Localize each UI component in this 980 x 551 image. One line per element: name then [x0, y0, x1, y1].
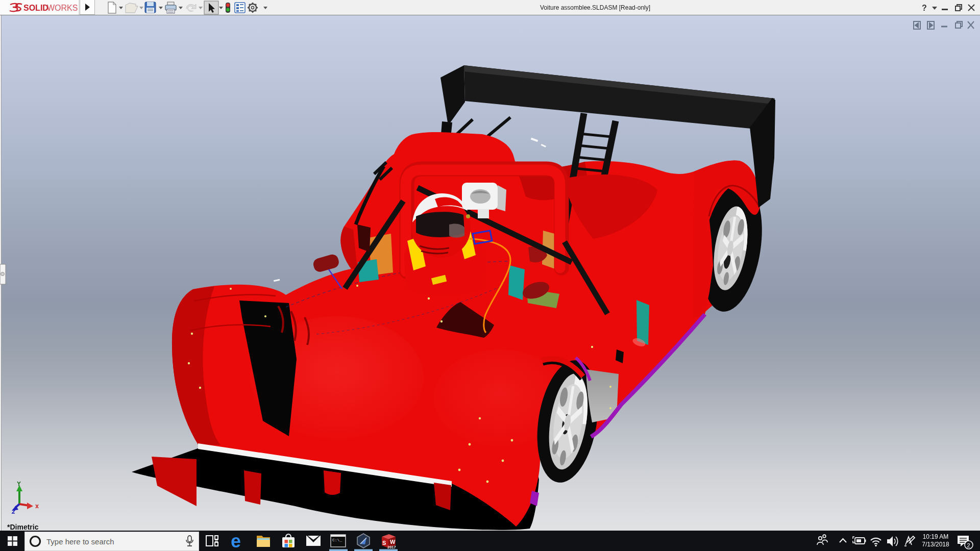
svg-text:2: 2 — [967, 542, 970, 548]
svg-text:e: e — [231, 531, 241, 551]
svg-text:WORKS: WORKS — [47, 4, 78, 12]
svg-text:2017: 2017 — [387, 545, 396, 549]
svg-text:W: W — [390, 539, 396, 545]
svg-text:S: S — [382, 540, 386, 546]
svg-text:C:\_: C:\_ — [332, 538, 342, 542]
svg-text:?: ? — [922, 4, 927, 12]
svg-text:SOLID: SOLID — [23, 4, 48, 12]
svg-text:*Dimetric: *Dimetric — [7, 523, 39, 531]
